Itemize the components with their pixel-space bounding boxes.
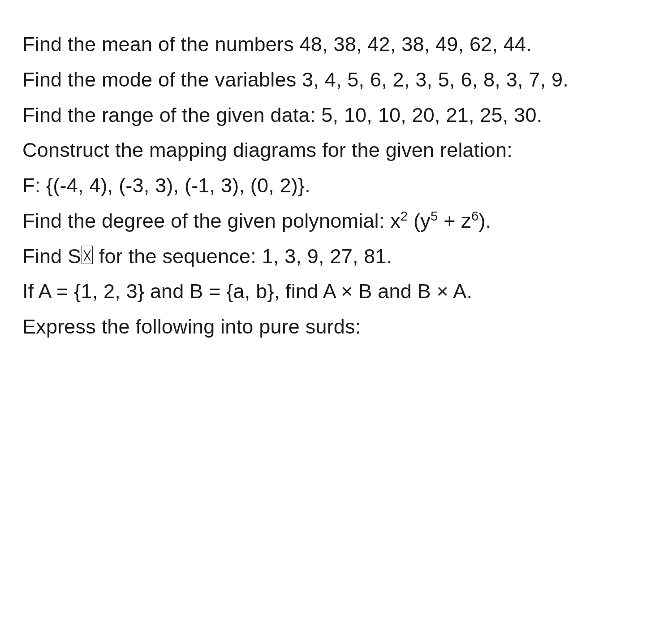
- question-mapping: Construct the mapping diagrams for the g…: [22, 133, 650, 168]
- exponent: 5: [431, 209, 438, 223]
- question-text: If A = {1, 2, 3} and B = {a, b}, find A …: [22, 280, 472, 303]
- text-part: ).: [479, 209, 491, 232]
- text-part: (y: [408, 209, 431, 232]
- question-surds: Express the following into pure surds:: [22, 309, 650, 345]
- question-text: Find the mode of the variables 3, 4, 5, …: [22, 68, 569, 91]
- question-text: Express the following into pure surds:: [22, 315, 361, 338]
- relation-text: F: {(-4, 4), (-3, 3), (-1, 3), (0, 2)}.: [22, 174, 310, 197]
- question-range: Find the range of the given data: 5, 10,…: [22, 98, 650, 133]
- question-mean: Find the mean of the numbers 48, 38, 42,…: [22, 27, 650, 62]
- text-part: for the sequence: 1, 3, 9, 27, 81.: [93, 245, 392, 268]
- text-part: Find the degree of the given polynomial:…: [22, 209, 401, 232]
- missing-subscript-glyph: [82, 246, 93, 264]
- question-mode: Find the mode of the variables 3, 4, 5, …: [22, 62, 650, 98]
- question-mapping-relation: F: {(-4, 4), (-3, 3), (-1, 3), (0, 2)}.: [22, 168, 650, 204]
- text-part: + z: [438, 209, 471, 232]
- question-text: Construct the mapping diagrams for the g…: [22, 139, 513, 161]
- question-sequence-sum: Find S for the sequence: 1, 3, 9, 27, 81…: [22, 239, 650, 274]
- document-body: Find the mean of the numbers 48, 38, 42,…: [22, 27, 650, 345]
- exponent: 6: [471, 209, 478, 223]
- question-text: Find the mean of the numbers 48, 38, 42,…: [22, 33, 532, 56]
- exponent: 2: [401, 209, 408, 223]
- text-part: Find S: [22, 245, 81, 268]
- question-cartesian-product: If A = {1, 2, 3} and B = {a, b}, find A …: [22, 274, 650, 309]
- question-text: Find the range of the given data: 5, 10,…: [22, 104, 542, 126]
- question-polynomial-degree: Find the degree of the given polynomial:…: [22, 204, 650, 239]
